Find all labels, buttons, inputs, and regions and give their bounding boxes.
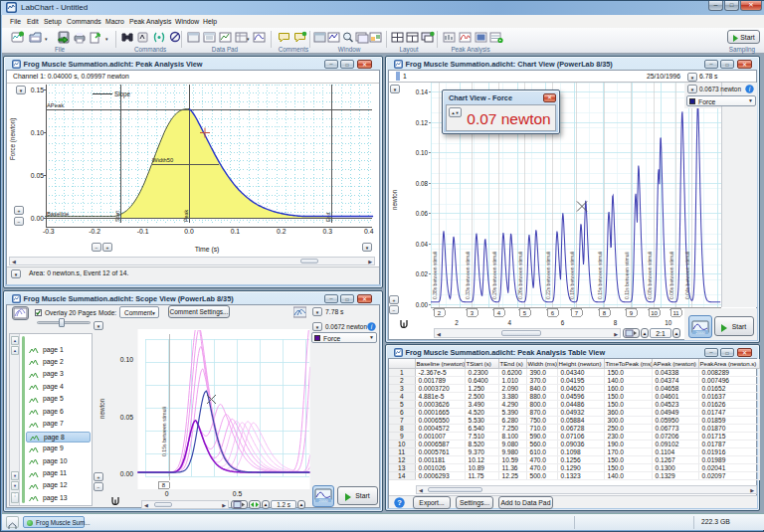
svg-text:0.00: 0.00: [416, 301, 429, 308]
svg-text:0.08: 0.08: [416, 180, 429, 187]
svg-text:0.10: 0.10: [120, 356, 133, 363]
svg-text:0.4: 0.4: [364, 228, 374, 235]
svg-text:0.00: 0.00: [31, 215, 44, 222]
svg-text:-0.1: -0.1: [137, 228, 149, 235]
svg-text:End: End: [325, 213, 331, 222]
svg-text:0.06s between stimuli: 0.06s between stimuli: [668, 252, 674, 299]
svg-text:0.10: 0.10: [416, 149, 429, 156]
svg-text:0.5: 0.5: [233, 490, 243, 497]
svg-text:0.29s between stimuli: 0.29s between stimuli: [491, 252, 497, 299]
svg-text:0.15s between stimuli: 0.15s between stimuli: [161, 407, 167, 456]
svg-text:0.05: 0.05: [120, 414, 133, 421]
svg-text:0.00: 0.00: [120, 470, 133, 477]
svg-text:0.0: 0.0: [184, 228, 194, 235]
svg-text:0.38s between stimuli: 0.38s between stimuli: [432, 252, 438, 299]
svg-text:0.14: 0.14: [416, 89, 429, 95]
svg-text:0.15: 0.15: [31, 87, 44, 93]
svg-text:0.1: 0.1: [231, 228, 241, 235]
svg-text:0.11s between stimuli: 0.11s between stimuli: [624, 252, 630, 299]
svg-text:0.04: 0.04: [416, 241, 429, 248]
svg-text:0.3: 0.3: [322, 228, 332, 235]
svg-text:10: 10: [665, 319, 672, 326]
svg-text:newton: newton: [391, 189, 398, 210]
svg-text:-0.3: -0.3: [43, 228, 55, 235]
svg-text:0: 0: [165, 490, 169, 497]
svg-text:2000: 2000: [696, 330, 706, 335]
svg-text:0.12: 0.12: [416, 119, 429, 126]
svg-text:4: 4: [507, 319, 511, 326]
svg-text:10: 10: [651, 310, 658, 316]
svg-text:?: ?: [397, 498, 402, 507]
svg-text:0.26s between stimuli: 0.26s between stimuli: [517, 252, 523, 299]
svg-text:0.22s between stimuli: 0.22s between stimuli: [545, 252, 551, 299]
svg-text:Slope: Slope: [114, 90, 131, 98]
svg-text:2000: 2000: [319, 498, 329, 503]
svg-text:-0.2: -0.2: [89, 228, 100, 235]
svg-text:8: 8: [614, 319, 618, 326]
svg-text:Width50: Width50: [152, 157, 173, 163]
svg-text:0.10: 0.10: [31, 129, 44, 136]
svg-text:APeak: APeak: [47, 102, 64, 108]
svg-text:0.15s between stimuli: 0.15s between stimuli: [597, 252, 603, 299]
svg-text:11: 11: [672, 310, 679, 316]
svg-text:0.04s between stimuli: 0.04s between stimuli: [684, 252, 690, 299]
svg-text:0.2: 0.2: [277, 228, 286, 235]
svg-text:6: 6: [561, 319, 565, 326]
svg-text:0.18s between stimuli: 0.18s between stimuli: [569, 252, 575, 299]
svg-text:newton: newton: [98, 398, 105, 419]
svg-text:Time (s): Time (s): [195, 246, 220, 254]
svg-text:Peak: Peak: [183, 210, 189, 222]
svg-text:0.06: 0.06: [416, 210, 429, 217]
svg-text:Force (newton): Force (newton): [9, 118, 17, 160]
svg-text:2: 2: [455, 319, 459, 326]
svg-text:0.05: 0.05: [31, 172, 44, 179]
svg-text:0.02: 0.02: [416, 270, 429, 277]
svg-text:0.08s between stimuli: 0.08s between stimuli: [647, 252, 653, 299]
svg-text:0.33s between stimuli: 0.33s between stimuli: [465, 252, 471, 299]
